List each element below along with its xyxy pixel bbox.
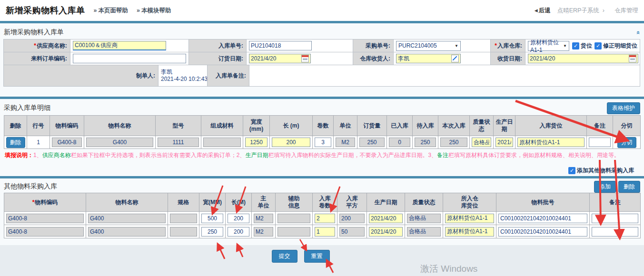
receiver-label: 仓库收货人: <box>353 52 394 65</box>
help-page-link[interactable]: »本页面帮助 <box>94 7 128 15</box>
other-location-input[interactable] <box>445 227 494 237</box>
order-qty-input <box>359 138 385 147</box>
other-note-input[interactable] <box>592 227 638 237</box>
other-batch-input[interactable] <box>498 214 587 223</box>
col-other-location: 所入仓 库货位 <box>443 193 496 212</box>
purchase-no-select[interactable]: PURC2104005▼ <box>396 41 461 51</box>
collapse-icon[interactable]: « <box>635 30 642 34</box>
col-other-note: 备注 <box>590 193 641 212</box>
other-table: *物料编码 物料名称 规格 宽(MM) 长(M) 主 单位 辅助 信息 入库 卷… <box>4 193 641 238</box>
back-arrow-icon: ◀ <box>535 8 538 13</box>
reset-button[interactable]: 重置 <box>304 250 330 263</box>
submit-button[interactable]: 提交 <box>272 250 297 263</box>
check-icon: ✓ <box>574 43 578 49</box>
other-location-input[interactable] <box>445 214 494 223</box>
person-picker-icon[interactable] <box>451 55 459 62</box>
col-composition: 组成材料 <box>201 116 243 136</box>
other-aux-input <box>277 214 310 223</box>
other-rolls-input[interactable] <box>315 227 335 237</box>
col-model: 型号 <box>156 116 201 136</box>
footer-actions: 提交 重置 <box>0 245 601 263</box>
order-date-input[interactable]: 2021/4/20 <box>249 54 311 63</box>
col-batch-no: 物料批号 <box>496 193 590 212</box>
chevron-down-icon: ▼ <box>455 44 458 48</box>
other-sqm-input <box>339 214 365 223</box>
form-panel: 新增采购物料入库单 « *供应商名称: 入库单号: 采购单号: PURC2104… <box>0 23 644 97</box>
back-button[interactable]: ◀后退 <box>535 7 551 15</box>
check-icon: ✓ <box>570 168 574 173</box>
other-code-input <box>6 227 84 237</box>
col-split: 分切 <box>613 116 641 136</box>
other-prod-date-input[interactable] <box>369 214 403 223</box>
entry-note-label: 入库单备注: <box>207 65 249 87</box>
add-row-button[interactable]: 添加 <box>594 181 616 193</box>
form-row-2: 来料订单编码: 订货日期: 2021/4/20 仓库收货人: 李凯 收货日期: … <box>4 52 640 65</box>
receiver-input[interactable]: 李凯 <box>396 54 461 63</box>
purchase-no-cell: PURC2104005▼ <box>393 39 491 52</box>
other-width-input[interactable] <box>201 214 223 223</box>
other-length-input[interactable] <box>228 214 249 223</box>
supplier-input[interactable] <box>73 41 166 50</box>
other-note-input[interactable] <box>592 214 638 223</box>
other-panel: 其他物料采购入库 添加 删除 *物料编码 物料名称 规格 宽(MM) 长(M) … <box>0 178 644 245</box>
length-input[interactable] <box>272 138 310 147</box>
entry-no-label: 入库单号: <box>188 39 247 52</box>
col-other-prod-date: 生产日期 <box>367 193 405 212</box>
col-order-qty: 订货量 <box>357 116 387 136</box>
row-delete-button[interactable]: 删除 <box>6 137 25 148</box>
quality-input[interactable] <box>472 138 491 147</box>
other-batch-input[interactable] <box>498 227 587 237</box>
col-main-unit: 主 单位 <box>252 193 276 212</box>
entry-no-input[interactable] <box>249 41 312 50</box>
add-other-checkbox[interactable]: ✓ <box>568 167 575 174</box>
breadcrumb-module[interactable]: 仓库管理 <box>614 7 638 15</box>
detail-table: 删除 行号 物料编码 物料名称 型号 组成材料 宽度 (mm) 长 (m) 卷数… <box>4 115 641 149</box>
note-input[interactable] <box>589 138 611 147</box>
receive-date-input[interactable]: 2021/4/20 <box>528 54 638 63</box>
entry-note-cell[interactable] <box>249 65 640 87</box>
other-rolls-input[interactable] <box>315 214 335 223</box>
prod-date-input[interactable] <box>495 138 513 147</box>
order-date-label: 订货日期: <box>188 52 247 65</box>
line-no-cell: 1 <box>27 136 50 149</box>
warehouse-cell: 原材料货位A1-1▼ ✓ 货位 ✓ 修正明细货位 <box>525 39 640 52</box>
other-section-title: 其他物料采购入库 <box>4 182 57 191</box>
detail-section-title: 采购入库单明细 <box>4 104 50 112</box>
col-entry-rolls: 入库 卷数 <box>313 193 337 212</box>
col-entry-sqm: 入库 平方 <box>337 193 367 212</box>
breadcrumb-separator-icon: › <box>603 7 604 14</box>
split-button[interactable]: 分切 <box>617 137 636 148</box>
col-prod-date: 生产日 期 <box>494 116 515 136</box>
col-other-quality: 质量状态 <box>405 193 443 212</box>
other-width-input[interactable] <box>201 227 223 237</box>
location-checkbox[interactable]: ✓ <box>572 42 579 49</box>
fill-instructions: 填报说明：1、供应商名称栏如果下拉框中无待选项，则表示当前没有需要入库的采购订单… <box>4 149 640 161</box>
calendar-icon[interactable] <box>301 55 309 62</box>
breadcrumb-system[interactable]: 点晴ERP子系统 <box>557 7 599 15</box>
other-sqm-input <box>339 227 365 237</box>
col-delete: 删除 <box>4 116 27 136</box>
width-input[interactable] <box>245 138 268 147</box>
help-module-link[interactable]: »本模块帮助 <box>137 7 171 15</box>
col-received: 已入库 <box>387 116 413 136</box>
incoming-order-input[interactable] <box>73 54 186 63</box>
delete-row-button[interactable]: 删除 <box>618 181 640 193</box>
incoming-order-label: 来料订单编码: <box>3 52 70 65</box>
col-note: 备注 <box>587 116 613 136</box>
composition-input <box>203 138 241 147</box>
col-material-code: 物料编码 <box>50 116 84 136</box>
warehouse-label: *入库仓库: <box>490 39 525 52</box>
table-maintain-button[interactable]: 表格维护 <box>607 102 640 114</box>
supplier-cell <box>70 39 189 52</box>
warehouse-select[interactable]: 原材料货位A1-1▼ <box>528 41 569 51</box>
other-length-input[interactable] <box>228 227 249 237</box>
fix-detail-checkbox[interactable]: ✓ <box>594 42 602 49</box>
calendar-icon[interactable] <box>629 55 636 62</box>
other-prod-date-input[interactable] <box>369 227 403 237</box>
incoming-order-cell <box>70 52 189 65</box>
other-spec-input <box>170 227 197 237</box>
rolls-input[interactable] <box>315 138 331 147</box>
location-input[interactable] <box>517 138 585 147</box>
check-icon: ✓ <box>596 43 600 49</box>
other-name-input <box>88 214 166 223</box>
